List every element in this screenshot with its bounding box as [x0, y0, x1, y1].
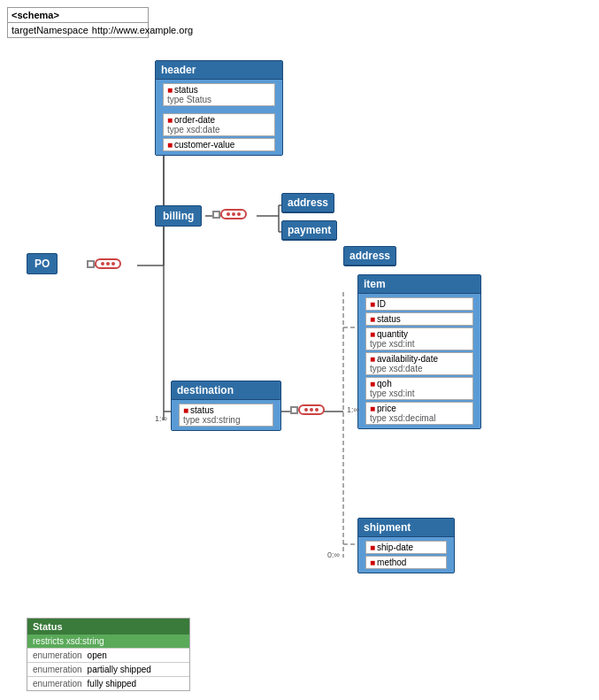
billing-connector	[212, 209, 247, 219]
destination-connector	[290, 404, 325, 415]
header-fields-2: ■order-date type xsd:date ■customer-valu…	[156, 110, 282, 155]
mult-ship-right: 0:∞	[327, 550, 340, 559]
enum-val-3: fully shipped	[88, 679, 137, 688]
billing-conn-sq	[212, 211, 220, 219]
header-body: ■status type Status ■order-date type xsd…	[156, 80, 282, 155]
destination-body: ■status type xsd:string	[172, 400, 280, 430]
field-icon3: ■	[167, 140, 173, 150]
shipment-title: shipment	[358, 519, 454, 537]
enum-key-2: enumeration	[33, 665, 82, 674]
schema-box: <schema> targetNamespace http://www.exam…	[7, 7, 149, 38]
header-field-customer: ■customer-value	[163, 138, 275, 151]
destination-fields: ■status type xsd:string	[172, 400, 280, 430]
header-title: header	[156, 61, 282, 80]
item-qoh: ■qoh type xsd:int	[365, 377, 473, 400]
address-main-title: address	[344, 247, 395, 265]
schema-title: <schema>	[8, 8, 148, 23]
enum-key-3: enumeration	[33, 679, 82, 688]
payment-box: payment	[281, 220, 337, 241]
conn-dots	[95, 258, 121, 269]
shipment-fields: ■ship-date ■method	[358, 537, 454, 573]
dot2	[106, 262, 110, 265]
billing-conn-dots	[220, 209, 247, 219]
header-field-status: ■status type Status	[163, 83, 275, 106]
shipment-box: shipment ■ship-date ■method	[357, 518, 455, 573]
status-legend: Status restricts xsd:string enumeration …	[27, 618, 190, 691]
dest-conn-dots	[298, 404, 325, 415]
item-avail-date: ■availability-date type xsd:date	[365, 352, 473, 375]
b-dot1	[227, 212, 230, 216]
address-billing-title: address	[282, 194, 334, 212]
status-row-full: enumeration fully shipped	[27, 676, 189, 690]
po-box: PO	[27, 253, 58, 274]
status-legend-subtitle: restricts xsd:string	[27, 635, 189, 648]
d-dot3	[315, 408, 319, 412]
diagram-container: <schema> targetNamespace http://www.exam…	[0, 0, 599, 700]
field-type: type Status	[167, 95, 211, 104]
enum-key-1: enumeration	[33, 650, 82, 660]
dot3	[111, 262, 115, 265]
item-fields: ■ID ■status ■quantity type xsd:int ■avai…	[358, 294, 480, 428]
status-row-partial: enumeration partially shipped	[27, 662, 189, 676]
enum-val-2: partially shipped	[88, 665, 151, 674]
b-dot3	[237, 212, 241, 216]
item-id: ■ID	[365, 297, 473, 311]
destination-box: destination ■status type xsd:string	[171, 381, 281, 431]
po-connector	[87, 258, 121, 269]
d-dot1	[304, 408, 308, 412]
connection-lines	[0, 0, 599, 700]
dest-conn-sq	[290, 406, 298, 414]
item-quantity: ■quantity type xsd:int	[365, 327, 473, 350]
address-billing-box: address	[281, 193, 334, 213]
d-dot2	[310, 408, 313, 412]
item-title: item	[358, 275, 480, 294]
shipment-method: ■method	[365, 556, 447, 569]
field-icon: ■	[167, 85, 173, 95]
item-box: item ■ID ■status ■quantity type xsd:int …	[357, 274, 481, 429]
mult-dest-left: 1:∞	[155, 414, 167, 423]
field-icon2: ■	[167, 115, 173, 125]
schema-ns-val: http://www.example.org	[92, 25, 193, 35]
status-row-open: enumeration open	[27, 648, 189, 662]
status-legend-title: Status	[27, 619, 189, 635]
b-dot2	[232, 212, 235, 216]
payment-title: payment	[282, 221, 336, 240]
dot1	[101, 262, 104, 265]
conn-sq	[87, 260, 95, 268]
header-fields-1: ■status type Status	[156, 80, 282, 110]
schema-ns-key: targetNamespace	[12, 25, 88, 35]
field-type2: type xsd:date	[167, 125, 219, 135]
header-box: header ■status type Status ■order-date t…	[155, 60, 283, 156]
mult-dest-right: 1:∞	[347, 405, 359, 414]
item-body: ■ID ■status ■quantity type xsd:int ■avai…	[358, 294, 480, 428]
shipment-body: ■ship-date ■method	[358, 537, 454, 573]
item-price: ■price type xsd:decimal	[365, 402, 473, 425]
schema-namespace-row: targetNamespace http://www.example.org	[8, 23, 148, 37]
enum-val-1: open	[88, 650, 107, 660]
address-main-box: address	[343, 246, 396, 266]
billing-box: billing	[155, 205, 202, 227]
item-status: ■status	[365, 312, 473, 326]
destination-title: destination	[172, 381, 280, 400]
shipment-ship-date: ■ship-date	[365, 541, 447, 554]
header-field-orderdate: ■order-date type xsd:date	[163, 113, 275, 136]
destination-status: ■status type xsd:string	[179, 404, 273, 427]
